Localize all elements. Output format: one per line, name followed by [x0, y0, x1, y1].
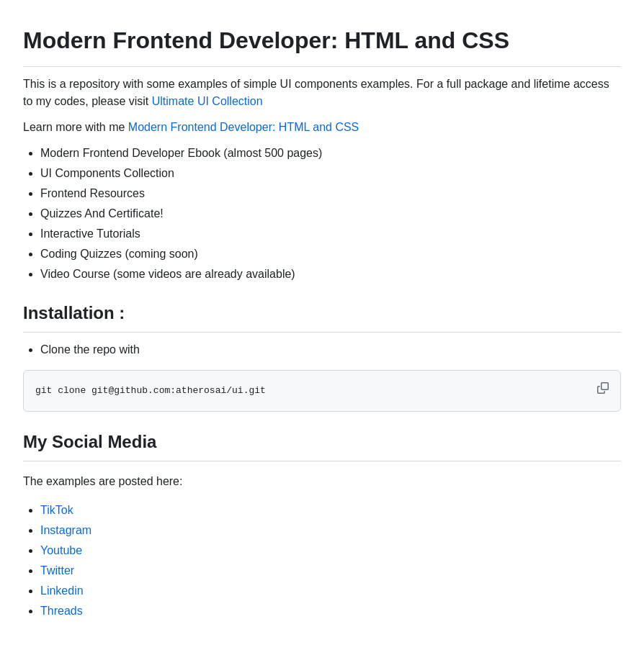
- features-list: Modern Frontend Developer Ebook (almost …: [23, 145, 621, 283]
- installation-heading: Installation :: [23, 300, 621, 333]
- social-link-item: Instagram: [40, 522, 621, 539]
- social-link-twitter[interactable]: Twitter: [40, 564, 74, 577]
- learn-more-paragraph: Learn more with me Modern Frontend Devel…: [23, 119, 621, 136]
- social-links-list: TikTokInstagramYoutubeTwitterLinkedinThr…: [23, 502, 621, 620]
- social-link-item: Threads: [40, 602, 621, 620]
- social-link-threads[interactable]: Threads: [40, 605, 83, 617]
- feature-item: Video Course (some videos are already av…: [40, 266, 621, 283]
- social-heading: My Social Media: [23, 429, 621, 461]
- feature-item: UI Components Collection: [40, 165, 621, 182]
- social-link-tiktok[interactable]: TikTok: [40, 504, 73, 516]
- feature-item: Interactive Tutorials: [40, 225, 621, 243]
- social-link-instagram[interactable]: Instagram: [40, 524, 91, 536]
- social-link-item: Youtube: [40, 542, 621, 559]
- ultimate-ui-collection-link[interactable]: Ultimate UI Collection: [152, 95, 263, 107]
- feature-item: Frontend Resources: [40, 185, 621, 202]
- copy-icon[interactable]: [597, 382, 609, 400]
- social-intro: The examples are posted here:: [23, 473, 621, 490]
- social-link-item: Linkedin: [40, 582, 621, 600]
- social-link-linkedin[interactable]: Linkedin: [40, 584, 84, 597]
- learn-more-text: Learn more with me: [23, 121, 128, 133]
- installation-list: Clone the repo with: [23, 341, 621, 358]
- code-block: git clone git@github.com:atherosai/ui.gi…: [23, 370, 621, 412]
- installation-intro-item: Clone the repo with: [40, 341, 621, 358]
- intro-paragraph: This is a repository with some examples …: [23, 76, 621, 110]
- feature-item: Quizzes And Certificate!: [40, 205, 621, 222]
- page-title: Modern Frontend Developer: HTML and CSS: [23, 23, 621, 67]
- intro-text: This is a repository with some examples …: [23, 78, 609, 107]
- social-link-item: Twitter: [40, 562, 621, 579]
- social-link-youtube[interactable]: Youtube: [40, 544, 82, 556]
- learn-more-link[interactable]: Modern Frontend Developer: HTML and CSS: [128, 121, 359, 133]
- social-link-item: TikTok: [40, 502, 621, 519]
- feature-item: Coding Quizzes (coming soon): [40, 245, 621, 263]
- feature-item: Modern Frontend Developer Ebook (almost …: [40, 145, 621, 162]
- code-command: git clone git@github.com:atherosai/ui.gi…: [35, 384, 266, 398]
